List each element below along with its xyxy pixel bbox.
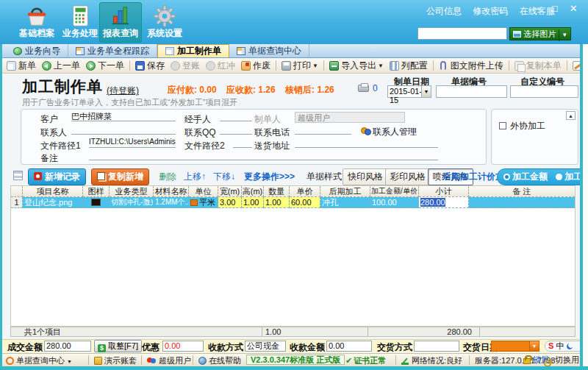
image-search-input[interactable] — [417, 27, 507, 40]
change-password-link[interactable]: 修改密码 — [473, 6, 508, 16]
minimize-button[interactable]: ─ — [528, 3, 544, 14]
item-name-cell[interactable]: 登山纪念.png — [23, 197, 83, 208]
import-export-button[interactable]: 导入导出▼ — [326, 59, 387, 73]
account-set-item[interactable]: 演示账套 — [94, 355, 137, 366]
nav-report-query[interactable]: 报表查询 — [99, 2, 142, 43]
unit-cell[interactable]: 平米 — [189, 197, 218, 208]
tab-doc-query-center[interactable]: 单据查询中心 — [229, 44, 309, 57]
doc-style-button[interactable]: 单据样式 — [301, 168, 347, 185]
close-button[interactable]: ✕ — [565, 3, 581, 14]
pick-image-button[interactable]: 选择图片▼ — [509, 27, 571, 40]
chinese-mode-icon[interactable]: 中 — [556, 341, 564, 350]
tab-order-tracking[interactable]: 业务单全程跟踪 — [68, 44, 157, 57]
received-input[interactable]: 0.00 — [326, 341, 372, 352]
pay-method-input[interactable]: 公司现金 — [245, 341, 286, 352]
copy-add-button[interactable]: 复制新增 — [91, 168, 149, 185]
pricing-amount-radio[interactable]: 加工金额 — [503, 171, 548, 182]
nav-system-settings[interactable]: 系统设置 — [143, 2, 186, 43]
material-cell[interactable]: 1.2MM个... — [154, 197, 189, 208]
nav-basic-files[interactable]: 基础档案 — [15, 2, 58, 43]
attachment-upload-button[interactable]: 图文附件上传 — [436, 59, 506, 73]
thumbnail-image[interactable] — [91, 199, 101, 206]
more-actions-button[interactable]: 更多操作>>> — [244, 171, 295, 183]
tab-processing-order[interactable]: 加工制作单 — [157, 44, 229, 57]
save-button[interactable]: 保存 — [132, 59, 168, 73]
collapse-icon[interactable]: ▲ — [566, 111, 576, 120]
style-color-button[interactable]: 彩印风格 — [385, 168, 431, 185]
memo-field[interactable] — [89, 150, 438, 160]
qty-cell[interactable]: 1.00 — [264, 197, 290, 208]
deal-amount-input[interactable]: 280.00 — [44, 341, 91, 352]
col-header[interactable]: 材料名称 — [154, 186, 189, 197]
doc-query-center-menu[interactable]: 单据查询中心 ▼ — [6, 355, 72, 366]
height-cell[interactable]: 1.00 — [242, 197, 264, 208]
row-number-cell[interactable]: 1 — [11, 197, 23, 208]
width-cell[interactable]: 3.00 — [218, 197, 242, 208]
col-header[interactable]: 图样 — [83, 186, 110, 197]
col-header[interactable]: 宽(m) — [218, 186, 242, 197]
copy-doc-button[interactable]: 复制本单 — [512, 59, 564, 73]
printer-icon[interactable] — [358, 85, 369, 92]
style-quick-button[interactable]: 快印风格 — [343, 168, 388, 185]
path1-field[interactable]: ITZHULI:C:\Users\Adminis — [89, 138, 176, 148]
ime-toolbar[interactable]: S中 — [545, 341, 584, 352]
col-header[interactable]: 业务类型 — [110, 186, 154, 197]
post-process-cell[interactable]: 冲孔 — [320, 197, 370, 208]
memo-cell[interactable] — [469, 197, 575, 208]
column-config-button[interactable]: 列配置 — [387, 59, 431, 73]
handler-field[interactable] — [220, 111, 252, 121]
void-button[interactable]: 作废 — [238, 59, 273, 73]
post-button[interactable]: 登账 — [168, 59, 203, 73]
round-button[interactable]: $取整[F7] — [94, 340, 142, 352]
col-header[interactable]: 后期加工 — [320, 186, 370, 197]
current-user-item[interactable]: 超级用户 — [147, 355, 191, 366]
date-field[interactable]: 2015-01-15▼ — [387, 85, 431, 98]
qq-field[interactable] — [220, 124, 252, 135]
phone-field[interactable] — [295, 124, 351, 135]
caret-down-icon[interactable]: ▼ — [529, 341, 539, 351]
red-flush-button[interactable]: 红冲 — [203, 59, 238, 73]
move-down-button[interactable]: 下移↓ — [213, 171, 235, 183]
process-fee-cell[interactable]: 100.00 — [370, 197, 419, 208]
subtotal-cell[interactable]: 280.00 — [419, 197, 469, 208]
next-doc-button[interactable]: 下一单 — [83, 59, 127, 73]
outsource-checkbox-row[interactable]: 外协加工 — [499, 120, 545, 132]
print-button[interactable]: 打印▼ — [279, 59, 321, 73]
maximize-button[interactable]: □ — [547, 3, 563, 14]
new-doc-button[interactable]: 新单 — [4, 59, 39, 73]
checkbox-icon[interactable] — [499, 122, 506, 129]
add-record-button[interactable]: 新增记录 — [28, 168, 86, 185]
customer-field[interactable]: 巴中招牌菜 — [71, 111, 176, 121]
online-help-item[interactable]: 在线帮助 — [198, 355, 241, 366]
delivery-date-select[interactable]: ▼ — [491, 341, 539, 352]
sogou-icon[interactable]: S — [548, 341, 553, 350]
delivery-method-input[interactable] — [414, 341, 459, 352]
nav-business-process[interactable]: 业务处理 — [59, 2, 101, 43]
col-header[interactable]: 备 注 — [469, 186, 575, 197]
path2-field[interactable] — [233, 138, 252, 148]
doc-no-input[interactable] — [436, 85, 507, 98]
col-header[interactable]: 单位 — [189, 186, 218, 197]
col-header[interactable]: 单价 — [290, 186, 320, 197]
discount-input[interactable]: 0.00 — [162, 341, 204, 352]
color-swatch[interactable] — [190, 199, 198, 206]
moon-icon[interactable] — [567, 344, 573, 349]
table-row[interactable]: 1 登山纪念.png 切割冲孔-激光 1.2MM个... 平米 3.00 1.0… — [11, 197, 575, 208]
address-field[interactable] — [295, 138, 438, 148]
sample-image-cell[interactable] — [83, 197, 110, 208]
col-header[interactable]: 高(m) — [242, 186, 264, 197]
business-type-cell[interactable]: 切割冲孔-激光 — [110, 197, 154, 208]
tab-business-wizard[interactable]: 业务向导 — [6, 44, 68, 57]
contact-field[interactable] — [71, 124, 176, 135]
company-info-link[interactable]: 公司信息 — [426, 6, 462, 16]
col-header[interactable]: 项目名称 — [23, 186, 83, 197]
delete-row-button[interactable]: 删除 — [159, 171, 176, 183]
col-header[interactable]: 数量 — [264, 186, 290, 197]
caret-down-icon[interactable]: ▼ — [421, 86, 431, 97]
move-up-button[interactable]: 上移↑ — [184, 171, 206, 183]
col-header[interactable]: 加工金额/单价 — [370, 186, 419, 197]
caret-down-icon[interactable]: ▼ — [559, 29, 567, 41]
price-cell[interactable]: 60.00 — [290, 197, 320, 208]
col-header[interactable]: 小计 — [419, 186, 469, 197]
contact-manager-button[interactable]: 联系人管理 — [361, 126, 417, 138]
